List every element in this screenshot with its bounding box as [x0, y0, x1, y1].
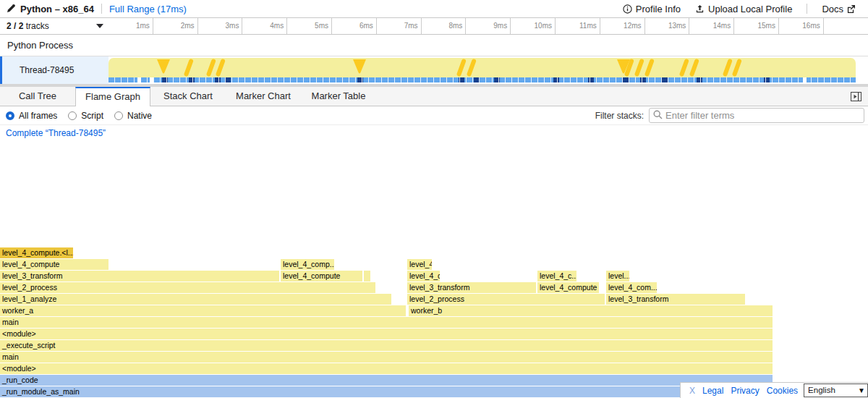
- flame-block[interactable]: level_3_transform: [0, 271, 279, 281]
- flame-block[interactable]: level_2_process: [407, 294, 605, 305]
- tracks-word: tracks: [26, 21, 49, 31]
- flame-block[interactable]: level_4_compute: [0, 259, 109, 270]
- ruler-tick: 12ms: [600, 18, 645, 34]
- flame-block[interactable]: level_4_comp...: [281, 259, 334, 270]
- activity-slash-mark: [216, 59, 226, 77]
- ruler-tick: 11ms: [556, 18, 600, 34]
- ruler-tick: 1ms: [109, 18, 153, 34]
- flame-block[interactable]: level_4...: [407, 259, 432, 270]
- profile-title: Python – x86_64: [20, 4, 94, 14]
- language-select[interactable]: English (US) ▼: [804, 384, 868, 397]
- flame-block[interactable]: worker_a: [0, 305, 406, 316]
- edit-profile-name-icon[interactable]: [7, 4, 15, 13]
- divider: [807, 4, 807, 14]
- ruler-tick: 16ms: [779, 18, 824, 34]
- sidebar-toggle-icon[interactable]: [851, 91, 861, 104]
- breadcrumb-row: Complete “Thread-78495”: [0, 125, 868, 143]
- process-track-header[interactable]: Python Process: [0, 35, 868, 56]
- timeline-header: 2 / 2 tracks 1ms2ms3ms4ms5ms6ms7ms8ms9ms…: [0, 18, 868, 35]
- filter-stacks-label: Filter stacks:: [595, 111, 644, 121]
- thread-activity-graph[interactable]: [109, 58, 856, 77]
- activity-slash-mark: [467, 59, 477, 77]
- flame-block[interactable]: level_4_c...: [537, 271, 576, 281]
- filter-input[interactable]: [649, 108, 864, 123]
- radio-native[interactable]: [114, 111, 123, 120]
- radio-label: Script: [81, 111, 103, 121]
- tab-stack-chart[interactable]: Stack Chart: [150, 87, 226, 106]
- external-link-icon: [847, 5, 855, 13]
- flame-block[interactable]: level_4_co...: [407, 271, 440, 281]
- panel-tabbar: Call TreeFlame GraphStack ChartMarker Ch…: [0, 87, 868, 106]
- flame-block[interactable]: <module>: [0, 329, 773, 339]
- tab-call-tree[interactable]: Call Tree: [0, 87, 75, 106]
- flame-block[interactable]: level_4_compute.<l...: [0, 247, 73, 258]
- ruler-tick: 6ms: [332, 18, 377, 34]
- app-header: Python – x86_64 Full Range (17ms) Profil…: [0, 0, 868, 18]
- flame-block[interactable]: level...: [606, 271, 629, 281]
- profile-info-button[interactable]: Profile Info: [623, 4, 681, 14]
- flame-block[interactable]: main: [0, 352, 773, 363]
- activity-slash-mark: [644, 59, 655, 77]
- activity-slash-mark: [184, 59, 194, 77]
- flame-block[interactable]: level_4_compute: [281, 271, 362, 281]
- flame-block[interactable]: <module>: [0, 363, 773, 374]
- ruler: 1ms2ms3ms4ms5ms6ms7ms8ms9ms10ms11ms12ms1…: [109, 18, 824, 34]
- radio-label: Native: [127, 111, 152, 121]
- radio-script[interactable]: [68, 111, 77, 120]
- flame-block[interactable]: _run_code: [0, 375, 773, 386]
- upload-icon: [695, 4, 705, 14]
- frame-filter-radios: All framesScriptNative: [6, 111, 163, 121]
- ruler-tick: 13ms: [645, 18, 690, 34]
- thread-track[interactable]: Thread-78495: [0, 56, 868, 85]
- tab-marker-table[interactable]: Marker Table: [301, 87, 376, 106]
- search-icon: [653, 110, 663, 122]
- marker-strip-separators: [109, 77, 856, 82]
- flame-block[interactable]: level_4_com...: [606, 282, 657, 293]
- footer: X LegalPrivacyCookies English (US) ▼: [680, 382, 868, 398]
- filter-search: [649, 108, 864, 123]
- docs-link[interactable]: Docs: [822, 4, 855, 14]
- radio-all-frames[interactable]: [6, 111, 14, 120]
- chevron-down-icon[interactable]: [96, 24, 103, 28]
- flame-block[interactable]: [364, 271, 370, 281]
- activity-slash-mark: [689, 59, 699, 77]
- info-icon: [623, 4, 632, 14]
- divider: [101, 4, 102, 14]
- filter-row: All framesScriptNative Filter stacks:: [0, 106, 868, 125]
- footer-x-link[interactable]: X: [689, 386, 695, 396]
- profiler-app: Python – x86_64 Full Range (17ms) Profil…: [0, 0, 868, 398]
- ruler-tick: 5ms: [287, 18, 332, 34]
- jank-triangle-mark: [353, 59, 366, 74]
- activity-slash-mark: [723, 59, 733, 77]
- full-range-link[interactable]: Full Range (17ms): [109, 4, 187, 14]
- activity-slash-mark: [634, 59, 644, 77]
- flame-block[interactable]: worker_b: [409, 305, 773, 316]
- footer-link-legal[interactable]: Legal: [702, 386, 723, 396]
- flame-block[interactable]: main: [0, 317, 773, 328]
- tab-flame-graph[interactable]: Flame Graph: [75, 87, 150, 106]
- flame-block[interactable]: level_3_transform: [606, 294, 745, 305]
- activity-slash-mark: [456, 59, 467, 77]
- ruler-tick: 8ms: [422, 18, 467, 34]
- ruler-tick: 2ms: [153, 18, 198, 34]
- flame-graph-canvas[interactable]: level_4_compute.<l...level_4_computeleve…: [0, 142, 868, 398]
- flame-block[interactable]: level_3_transform: [407, 282, 536, 293]
- jank-triangle-mark: [157, 59, 170, 74]
- footer-link-privacy[interactable]: Privacy: [731, 386, 759, 396]
- breadcrumb[interactable]: Complete “Thread-78495”: [6, 128, 106, 138]
- ruler-tick: 7ms: [377, 18, 422, 34]
- tracks-visibility[interactable]: 2 / 2 tracks: [0, 18, 109, 34]
- tab-marker-chart[interactable]: Marker Chart: [226, 87, 301, 106]
- ruler-tick: 9ms: [466, 18, 511, 34]
- flame-block[interactable]: _execute_script: [0, 340, 773, 351]
- upload-profile-button[interactable]: Upload Local Profile: [695, 4, 792, 14]
- thread-track-label[interactable]: Thread-78495: [0, 56, 109, 84]
- footer-link-cookies[interactable]: Cookies: [767, 386, 798, 396]
- flame-block[interactable]: level_4_compute: [537, 282, 599, 293]
- activity-slash-mark: [679, 59, 689, 77]
- flame-block[interactable]: level_2_process: [0, 282, 375, 293]
- flame-block[interactable]: level_1_analyze: [0, 294, 391, 305]
- thread-marker-strip[interactable]: [109, 77, 856, 82]
- ruler-tick: 14ms: [689, 18, 734, 34]
- flame-block[interactable]: _run_module_as_main: [0, 386, 773, 397]
